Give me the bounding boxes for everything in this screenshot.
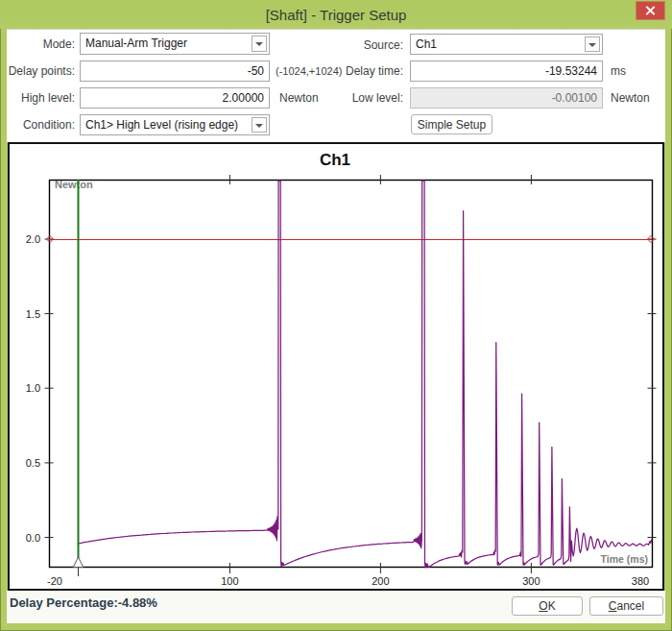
- svg-text:300: 300: [522, 575, 540, 587]
- svg-text:0.5: 0.5: [26, 457, 40, 469]
- svg-text:Newton: Newton: [55, 179, 93, 190]
- svg-text:Time (ms): Time (ms): [601, 553, 648, 565]
- svg-text:0.0: 0.0: [26, 532, 40, 544]
- svg-text:100: 100: [221, 575, 238, 587]
- svg-text:Ch1: Ch1: [320, 151, 350, 169]
- svg-text:200: 200: [372, 575, 389, 587]
- svg-text:380: 380: [632, 575, 649, 587]
- svg-text:2.0: 2.0: [26, 233, 40, 245]
- svg-text:1.0: 1.0: [26, 382, 40, 394]
- svg-text:-20: -20: [47, 575, 62, 587]
- svg-text:1.5: 1.5: [26, 308, 40, 320]
